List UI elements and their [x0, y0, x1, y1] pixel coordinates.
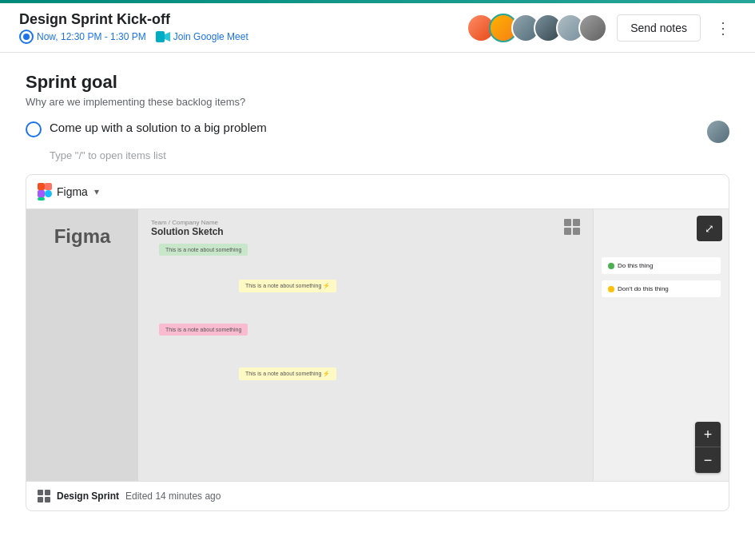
sticky-note: This is a note about something: [159, 244, 248, 256]
figma-logo-icon: [38, 183, 52, 201]
expand-button[interactable]: ⤢: [697, 216, 722, 241]
figma-canvas-body: Figma Team / Company Name Solution Sketc…: [26, 209, 729, 481]
grid-cell: [573, 228, 580, 235]
task-assignee-avatar: [707, 121, 729, 143]
figma-embed-header[interactable]: Figma ▾: [26, 175, 729, 209]
svg-rect-4: [38, 190, 45, 197]
avatar: [578, 14, 607, 42]
more-icon: ⋮: [715, 18, 731, 38]
zoom-controls: + −: [695, 422, 721, 473]
sticky-note: This is a note about something: [159, 324, 248, 336]
expand-icon: ⤢: [705, 222, 714, 235]
figma-footer: Design Sprint Edited 14 minutes ago: [26, 481, 729, 510]
figma-canvas-title: Solution Sketch: [151, 226, 224, 237]
figma-embed-name: Figma: [57, 185, 88, 198]
figma-main-canvas: Team / Company Name Solution Sketch This…: [138, 209, 593, 481]
section-title: Sprint goal: [26, 72, 729, 93]
svg-rect-3: [45, 183, 52, 190]
svg-rect-5: [38, 197, 45, 201]
figma-sidebar-text: Figma: [54, 225, 111, 248]
avatars-group: [467, 14, 607, 42]
right-panel-cards: Do this thing Don't do this thing: [602, 257, 721, 297]
meet-icon: [156, 31, 170, 42]
figma-grid-icon: [564, 219, 580, 235]
svg-rect-0: [156, 31, 165, 42]
more-options-button[interactable]: ⋮: [710, 15, 736, 41]
svg-rect-2: [38, 183, 45, 190]
figma-embed: Figma ▾ Figma Team / Company Name Soluti…: [26, 174, 729, 511]
figma-canvas-header: Team / Company Name Solution Sketch: [151, 219, 580, 237]
live-ring-icon: [19, 30, 34, 44]
sticky-note: This is a note about something ⚡: [239, 367, 336, 380]
figma-sidebar: Figma: [26, 209, 138, 481]
live-indicator: Now, 12:30 PM - 1:30 PM: [19, 30, 146, 44]
figma-footer-time: Edited 14 minutes ago: [125, 490, 221, 502]
svg-marker-1: [165, 32, 170, 42]
grid-cell: [564, 219, 571, 226]
main-content: Sprint goal Why are we implementing thes…: [0, 53, 755, 530]
live-time: Now, 12:30 PM - 1:30 PM: [37, 31, 146, 42]
task-item: Come up with a solution to a big problem: [26, 121, 729, 143]
svg-point-6: [45, 190, 52, 197]
header-right: Send notes ⋮: [467, 14, 736, 42]
task-checkbox[interactable]: [26, 121, 42, 137]
header: Design Sprint Kick-off Now, 12:30 PM - 1…: [0, 3, 755, 53]
figma-canvas-title-area: Team / Company Name Solution Sketch: [151, 219, 224, 237]
figma-right-panel: ⤢ Do this thing Don't do this thing +: [593, 209, 729, 481]
right-panel-card: Don't do this thing: [602, 280, 721, 297]
header-left: Design Sprint Kick-off Now, 12:30 PM - 1…: [19, 11, 248, 44]
grid-cell: [573, 219, 580, 226]
zoom-in-button[interactable]: +: [695, 422, 721, 447]
figma-canvas-subtitle: Team / Company Name: [151, 219, 224, 226]
right-panel-card: Do this thing: [602, 257, 721, 274]
join-meet-link[interactable]: Join Google Meet: [156, 31, 248, 42]
zoom-out-button[interactable]: −: [695, 447, 721, 473]
task-text: Come up with a solution to a big problem: [50, 121, 699, 134]
figma-footer-icon: [38, 490, 50, 502]
section-subtitle: Why are we implementing these backlog it…: [26, 96, 729, 108]
grid-cell: [564, 228, 571, 235]
sticky-note: This is a note about something ⚡: [239, 280, 336, 292]
canvas-notes-area: This is a note about something This is a…: [151, 244, 580, 467]
figma-footer-name: Design Sprint: [57, 490, 119, 502]
yellow-dot-icon: [608, 286, 614, 292]
send-notes-button[interactable]: Send notes: [617, 14, 701, 42]
green-dot-icon: [608, 263, 614, 269]
chevron-down-icon: ▾: [94, 186, 99, 197]
meeting-title: Design Sprint Kick-off: [19, 11, 248, 28]
type-hint: Type "/" to open items list: [26, 149, 729, 161]
meeting-meta: Now, 12:30 PM - 1:30 PM Join Google Meet: [19, 30, 248, 44]
